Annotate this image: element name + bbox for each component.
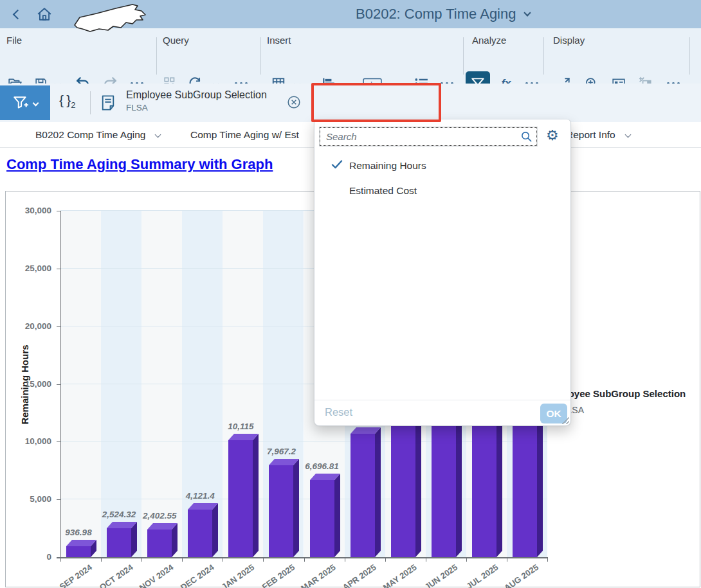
- data-label: 2,402.55: [121, 511, 198, 521]
- data-label: 6,696.81: [284, 461, 361, 471]
- y-tick-label: 20,000: [6, 321, 51, 331]
- y-tick-label: 30,000: [6, 206, 51, 215]
- page-title[interactable]: B0202: Comp Time Aging: [356, 6, 530, 22]
- y-tick-label: 0: [6, 552, 51, 562]
- search-input[interactable]: [320, 127, 537, 146]
- tab-b0202-comp-time-aging[interactable]: B0202 Comp Time Aging: [35, 129, 160, 141]
- x-tick-label: JUN 2025: [423, 562, 459, 588]
- x-tick-label: APR 2025: [341, 562, 378, 588]
- page-title-text: B0202: Comp Time Aging: [356, 6, 516, 22]
- report-section-link[interactable]: Comp Time Aging Summary with Graph: [6, 156, 273, 173]
- y-axis-line: [60, 211, 61, 558]
- nc-state-logo: [71, 2, 149, 38]
- bar-jun-2025[interactable]: [432, 422, 462, 557]
- section-label-file: File: [6, 35, 22, 46]
- x-tick-label: JAN 2025: [220, 562, 257, 588]
- bar-may-2025[interactable]: [391, 422, 421, 557]
- x-tick-label: AUG 2025: [502, 562, 540, 588]
- tab3-label: Report Info: [566, 129, 615, 140]
- section-label-analyze: Analyze: [472, 35, 506, 46]
- option-estimated-cost[interactable]: Estimated Cost: [314, 179, 570, 202]
- x-tick-label: OCT 2024: [97, 562, 134, 588]
- y-tick-label: 25,000: [6, 263, 51, 273]
- x-tick-label: FEB 2025: [260, 562, 297, 588]
- y-tick-label: 10,000: [6, 436, 51, 446]
- prompt-summary-icon[interactable]: [100, 94, 116, 114]
- option-label: Estimated Cost: [349, 185, 417, 197]
- x-tick-label: NOV 2024: [138, 562, 175, 588]
- tab2-label: Comp Time Aging w/ Est: [190, 129, 299, 140]
- title-dropdown-chevron[interactable]: [524, 9, 531, 16]
- y-tick-label: 5,000: [6, 494, 51, 504]
- measure-dropdown-panel: ⚙ Remaining Hours Estimated Cost Reset O…: [314, 120, 571, 426]
- employee-subgroup-chip[interactable]: Employee SubGroup Selection FLSA: [126, 89, 267, 112]
- back-icon[interactable]: [8, 0, 27, 28]
- x-tick-label: JUL 2025: [464, 562, 500, 588]
- tab-report-info[interactable]: Report Info: [566, 129, 630, 141]
- data-label: 10,115: [202, 422, 279, 431]
- bar-feb-2025[interactable]: [269, 465, 299, 557]
- data-label: 936.98: [40, 528, 117, 537]
- x-tick-label: DEC 2024: [179, 562, 216, 588]
- bar-dec-2024[interactable]: [188, 510, 218, 557]
- bar-jan-2025[interactable]: [228, 440, 259, 557]
- check-icon: [331, 159, 349, 172]
- bar-apr-2025[interactable]: [350, 434, 381, 557]
- data-label: 4,121.4: [161, 491, 239, 501]
- variables-count: 2: [71, 100, 75, 110]
- tab-comp-time-aging-est[interactable]: Comp Time Aging w/ Est: [190, 129, 299, 141]
- option-remaining-hours[interactable]: Remaining Hours: [314, 154, 570, 177]
- variables-icon[interactable]: { }2: [59, 93, 75, 110]
- x-axis-line: [57, 557, 548, 558]
- bar-sep-2024[interactable]: [66, 546, 96, 557]
- bar-jul-2025[interactable]: [472, 422, 502, 557]
- bar-aug-2025[interactable]: [513, 422, 543, 557]
- section-label-insert: Insert: [267, 35, 291, 46]
- filter-bar: { }2 Employee SubGroup Selection FLSA Se…: [0, 84, 701, 122]
- option-label: Remaining Hours: [349, 160, 426, 172]
- ok-button[interactable]: OK: [540, 404, 567, 423]
- data-label: 7,967.2: [242, 447, 320, 456]
- x-tick-label: MAR 2025: [299, 562, 338, 588]
- employee-chip-value: FLSA: [126, 103, 267, 112]
- reset-button[interactable]: Reset: [325, 406, 352, 418]
- x-tick-label: MAY 2025: [381, 562, 419, 588]
- employee-chip-close-icon[interactable]: [287, 95, 301, 109]
- section-label-display: Display: [553, 35, 585, 46]
- app-header: B0202: Comp Time Aging: [0, 0, 701, 28]
- bar-nov-2024[interactable]: [147, 530, 178, 557]
- settings-gear-icon[interactable]: ⚙: [546, 128, 559, 143]
- section-label-query: Query: [163, 35, 189, 46]
- employee-chip-title: Employee SubGroup Selection: [126, 89, 267, 101]
- bar-oct-2024[interactable]: [107, 528, 137, 557]
- home-icon[interactable]: [33, 0, 55, 28]
- tab1-label: B0202 Comp Time Aging: [35, 129, 145, 140]
- x-tick-label: SEP 2024: [58, 562, 94, 588]
- add-filter-button[interactable]: [0, 85, 50, 120]
- y-tick-label: 15,000: [6, 379, 51, 389]
- bar-mar-2025[interactable]: [310, 480, 340, 557]
